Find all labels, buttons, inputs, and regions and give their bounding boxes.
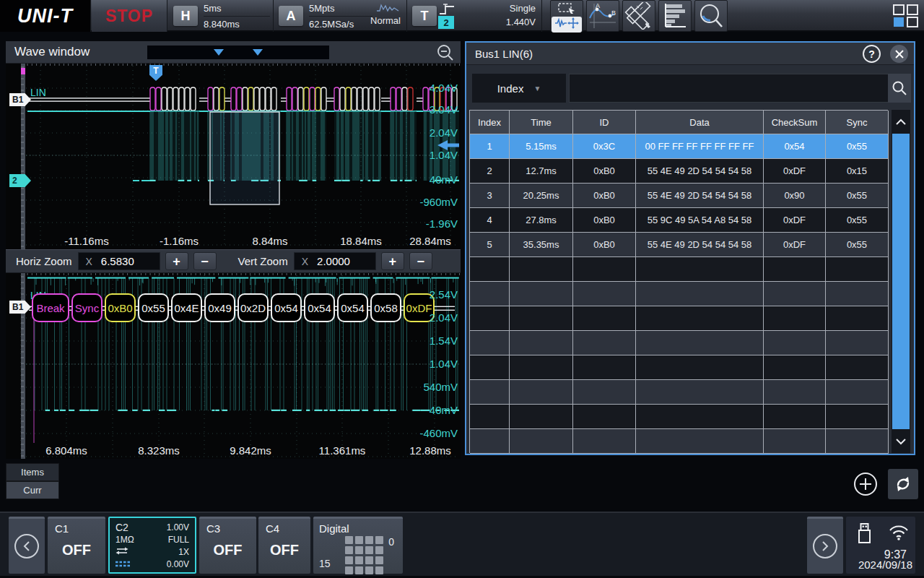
channel-c3-card[interactable]: C3 OFF: [199, 517, 256, 574]
acquire-section[interactable]: A 5Mpts 62.5MSa/s Normal: [274, 0, 407, 32]
lin-panel-title: Bus1 LIN(6): [475, 48, 533, 60]
lin-col-header-time[interactable]: Time: [510, 111, 573, 134]
horiz-zoom-value-box[interactable]: X 6.5830: [78, 252, 160, 270]
lin-cell: [636, 331, 764, 355]
lin-col-header-index[interactable]: Index: [470, 111, 510, 134]
digital-channels-card[interactable]: Digital 0 15: [313, 517, 403, 574]
region-select-wave-move-tool[interactable]: [550, 0, 583, 32]
lin-col-header-data[interactable]: Data: [636, 111, 764, 134]
lin-cell: 5.15ms: [510, 134, 573, 159]
c2-impedance: 1MΩ: [116, 535, 134, 545]
display-layout-icon[interactable]: [892, 4, 920, 31]
horizontal-key[interactable]: H: [173, 6, 198, 26]
lin-cell: [510, 380, 573, 405]
zoom-out-icon[interactable]: [436, 43, 455, 65]
chevron-right-icon: [813, 534, 837, 558]
region-select-icon[interactable]: [557, 2, 576, 17]
scroll-up-button[interactable]: [892, 110, 910, 134]
c4-name: C4: [266, 522, 279, 535]
horiz-zoom-minus-button[interactable]: −: [193, 252, 217, 270]
acquire-key[interactable]: A: [279, 6, 303, 26]
lin-table-empty-row[interactable]: [470, 331, 888, 355]
lin-table-empty-row[interactable]: [470, 257, 888, 282]
lin-table-empty-row[interactable]: [470, 282, 888, 306]
vert-zoom-minus-button[interactable]: −: [409, 252, 432, 270]
trigger-source-badge[interactable]: 2: [438, 16, 454, 29]
channels-scroll-right-button[interactable]: [807, 517, 843, 574]
trigger-key[interactable]: T: [412, 6, 437, 26]
cursor-ab-tool[interactable]: AB: [586, 0, 619, 32]
tab-items[interactable]: Items: [6, 463, 59, 481]
zoom-controls-bar: Horiz Zoom X 6.5830 + − Vert Zoom X 2.00…: [6, 249, 461, 273]
decode-bubble-break: Break: [32, 293, 69, 322]
help-icon[interactable]: ?: [863, 45, 881, 63]
lin-table-empty-row[interactable]: [470, 405, 888, 429]
lin-col-header-id[interactable]: ID: [573, 111, 636, 134]
trigger-section[interactable]: T 2 Single 1.440V: [408, 0, 542, 32]
channel-c2-card[interactable]: C21.00V 1MΩFULL 1X 0.00V: [108, 517, 196, 574]
wave-pane-upper[interactable]: T LIN B1 2 4.04V3.04V2.04V1.04V40mV-960m…: [6, 64, 461, 249]
add-button[interactable]: [853, 472, 878, 496]
lin-table-scrollbar[interactable]: [892, 110, 910, 453]
scroll-down-button[interactable]: [892, 429, 910, 453]
lin-cell: 4: [470, 208, 510, 233]
lin-cell: 55 4E 49 2D 54 54 54 58: [636, 159, 764, 184]
horiz-zoom-prefix: X: [86, 256, 92, 267]
lin-table-row-1[interactable]: 15.15ms0x3C00 FF FF FF FF FF FF FF0x540x…: [470, 134, 888, 159]
lin-table-body: 15.15ms0x3C00 FF FF FF FF FF FF FF0x540x…: [470, 134, 888, 454]
horiz-zoom-plus-button[interactable]: +: [165, 252, 188, 270]
lin-table-row-3[interactable]: 320.25ms0xB055 4E 49 2D 54 54 54 580x900…: [470, 184, 888, 208]
lin-table-empty-row[interactable]: [470, 355, 888, 380]
lin-table-empty-row[interactable]: [470, 429, 888, 454]
stop-button[interactable]: STOP: [92, 0, 167, 32]
close-icon[interactable]: [890, 45, 908, 63]
marker-triangle-2[interactable]: [253, 49, 263, 56]
lin-cell: [470, 306, 510, 331]
system-status-block[interactable]: 9:37 2024/09/18: [846, 517, 915, 574]
channel-c4-card[interactable]: C4 OFF: [258, 517, 310, 574]
timebase-value: 5ms: [204, 1, 270, 17]
c3-state: OFF: [199, 542, 256, 558]
c2-probe: 1X: [178, 547, 189, 557]
lin-table-row-5[interactable]: 535.35ms0xB055 4E 49 2D 54 54 54 580xDF0…: [470, 233, 888, 257]
wave-window-title: Wave window: [14, 45, 90, 59]
wave-position-bar[interactable]: [147, 46, 329, 59]
vert-zoom-plus-button[interactable]: +: [381, 252, 404, 270]
lin-table-empty-row[interactable]: [470, 380, 888, 405]
lin-cell: [636, 429, 764, 454]
histogram-tool[interactable]: [658, 0, 692, 32]
acquire-mode-value: Normal: [370, 15, 401, 26]
wave-pane-lower[interactable]: LIN B1 BreakSync0xB00x550x4E0x490x2D0x54…: [6, 273, 461, 459]
search-button[interactable]: [888, 74, 911, 103]
horiz-zoom-value: 6.5830: [101, 255, 134, 267]
lin-col-header-sync[interactable]: Sync: [826, 111, 889, 134]
lin-table-row-4[interactable]: 427.8ms0xB055 9C 49 5A 54 A8 54 580xDF0x…: [470, 208, 888, 233]
channels-scroll-left-button[interactable]: [9, 517, 45, 574]
lin-table-header-row: IndexTimeIDDataCheckSumSync: [470, 111, 888, 134]
vert-zoom-value-box[interactable]: X 2.0000: [294, 252, 376, 270]
lin-col-header-checksum[interactable]: CheckSum: [764, 111, 826, 134]
tab-curr[interactable]: Curr: [6, 481, 59, 499]
scrollbar-thumb[interactable]: [892, 134, 910, 429]
lin-cell: [470, 331, 510, 355]
lin-table-row-2[interactable]: 212.7ms0xB055 4E 49 2D 54 54 54 580xDF0x…: [470, 159, 888, 184]
lin-cell: [470, 405, 510, 429]
marker-triangle-1[interactable]: [214, 49, 224, 56]
lin-cell: [573, 331, 636, 355]
zoom-search-tool[interactable]: [694, 0, 728, 32]
lin-cell: 3: [470, 184, 510, 208]
horizontal-section[interactable]: H 5ms 8.840ms: [169, 0, 274, 32]
lin-cell: 55 9C 49 5A 54 A8 54 58: [636, 208, 764, 233]
bus-search-input[interactable]: [569, 74, 891, 103]
bus-type-label-upper: LIN: [30, 87, 46, 98]
digital-channel-grid: [345, 536, 383, 574]
channel-c1-card[interactable]: C1 OFF: [48, 517, 105, 574]
wave-move-icon[interactable]: [552, 17, 582, 33]
measure-rulers-tool[interactable]: [622, 0, 655, 32]
lin-cell: [470, 257, 510, 282]
refresh-button[interactable]: [888, 469, 918, 499]
lin-cell: [510, 306, 573, 331]
lin-table-empty-row[interactable]: [470, 306, 888, 331]
filter-dropdown[interactable]: Index ▼: [472, 74, 566, 103]
lin-cell: [826, 355, 889, 380]
